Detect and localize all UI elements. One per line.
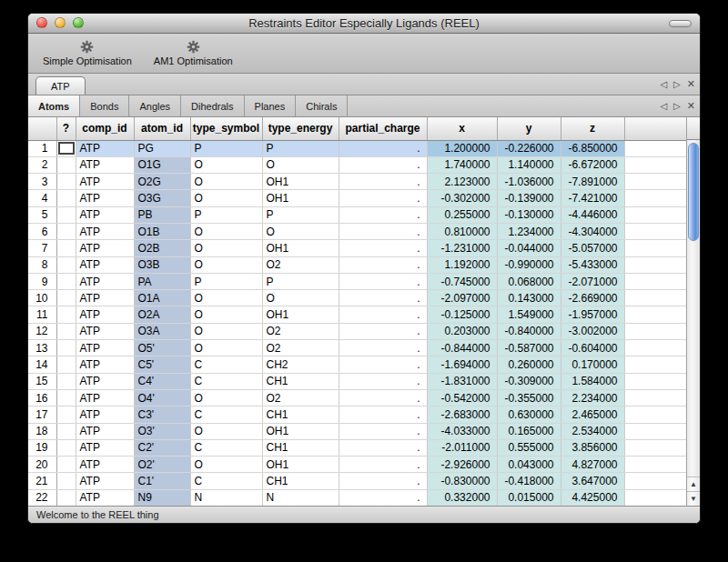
cell-z[interactable]: 4.425000 <box>561 489 624 506</box>
cell-type_energy[interactable]: CH2 <box>262 356 339 373</box>
cell-z[interactable]: 1.584000 <box>561 373 624 389</box>
flag-cell[interactable] <box>56 489 76 506</box>
cell-y[interactable]: -0.587000 <box>497 340 561 356</box>
cell-y[interactable]: -0.990000 <box>497 256 561 273</box>
cell-type_energy[interactable]: P <box>262 206 339 223</box>
cell-type_energy[interactable]: OH1 <box>262 457 339 473</box>
cell-y[interactable]: 1.140000 <box>497 156 561 173</box>
row-number[interactable]: 21 <box>28 473 56 489</box>
column-header-flag[interactable]: ? <box>56 117 76 140</box>
cell-y[interactable]: 0.068000 <box>497 273 561 289</box>
cell-x[interactable]: -1.831000 <box>427 373 497 389</box>
cell-z[interactable]: 0.170000 <box>561 356 624 373</box>
cell-type_symbol[interactable]: O <box>190 323 262 339</box>
cell-type_symbol[interactable]: O <box>190 190 262 206</box>
row-number[interactable]: 13 <box>28 340 56 356</box>
flag-cell[interactable] <box>56 190 76 206</box>
tab-scroll-left-icon[interactable]: ◁ <box>660 101 667 111</box>
cell-type_symbol[interactable]: O <box>190 457 262 473</box>
simple-optimisation-button[interactable]: Simple Optimisation <box>34 37 141 69</box>
flag-cell[interactable] <box>56 389 76 406</box>
cell-y[interactable]: 0.143000 <box>497 290 561 306</box>
cell-editor[interactable] <box>58 142 75 155</box>
cell-partial_charge[interactable]: . <box>339 439 427 456</box>
cell-z[interactable]: 2.534000 <box>561 423 624 439</box>
row-number[interactable]: 18 <box>28 423 56 439</box>
cell-y[interactable]: -0.355000 <box>497 389 561 406</box>
cell-z[interactable]: -0.604000 <box>561 340 624 356</box>
flag-cell[interactable] <box>56 457 76 473</box>
column-header-type_energy[interactable]: type_energy <box>262 117 339 140</box>
tab-close-icon[interactable]: ✕ <box>687 78 695 90</box>
cell-type_symbol[interactable]: P <box>190 273 262 289</box>
cell-atom_id[interactable]: O2B <box>134 240 190 256</box>
flag-cell[interactable] <box>56 156 76 173</box>
cell-comp_id[interactable]: ATP <box>76 156 134 173</box>
row-number[interactable]: 20 <box>28 457 56 473</box>
cell-type_symbol[interactable]: C <box>190 356 262 373</box>
column-header-type_symbol[interactable]: type_symbol <box>190 117 262 140</box>
tab-atp[interactable]: ATP <box>35 76 86 95</box>
cell-comp_id[interactable]: ATP <box>76 140 134 156</box>
cell-x[interactable]: -0.125000 <box>427 306 497 323</box>
flag-cell[interactable] <box>56 256 76 273</box>
cell-atom_id[interactable]: O3G <box>134 190 190 206</box>
tab-dihedrals[interactable]: Dihedrals <box>181 95 244 116</box>
row-number[interactable]: 5 <box>28 206 56 223</box>
cell-y[interactable]: -1.036000 <box>497 174 561 190</box>
cell-x[interactable]: 1.740000 <box>427 156 497 173</box>
cell-type_symbol[interactable]: N <box>190 489 262 506</box>
cell-type_symbol[interactable]: P <box>190 140 262 156</box>
cell-x[interactable]: -1.694000 <box>427 356 497 373</box>
flag-cell[interactable] <box>56 223 76 239</box>
cell-z[interactable]: -6.672000 <box>561 156 624 173</box>
cell-comp_id[interactable]: ATP <box>76 423 134 439</box>
cell-atom_id[interactable]: O4' <box>134 389 190 406</box>
cell-y[interactable]: 0.555000 <box>497 439 561 456</box>
scroll-down-button[interactable]: ▼ <box>687 491 700 506</box>
cell-partial_charge[interactable]: . <box>339 290 427 306</box>
cell-z[interactable]: -2.071000 <box>561 273 624 289</box>
cell-y[interactable]: -0.226000 <box>497 140 561 156</box>
cell-partial_charge[interactable]: . <box>339 323 427 339</box>
cell-type_energy[interactable]: CH1 <box>262 473 339 489</box>
flag-cell[interactable] <box>56 273 76 289</box>
am1-optimisation-button[interactable]: AM1 Optimisation <box>145 37 242 69</box>
cell-partial_charge[interactable]: . <box>339 273 427 289</box>
cell-atom_id[interactable]: O2G <box>134 174 190 190</box>
cell-z[interactable]: -5.433000 <box>561 256 624 273</box>
cell-type_energy[interactable]: O2 <box>262 323 339 339</box>
cell-comp_id[interactable]: ATP <box>76 489 134 506</box>
cell-partial_charge[interactable]: . <box>339 489 427 506</box>
row-number[interactable]: 4 <box>28 190 56 206</box>
cell-partial_charge[interactable]: . <box>339 223 427 239</box>
cell-z[interactable]: 4.827000 <box>561 457 624 473</box>
cell-type_symbol[interactable]: O <box>190 174 262 190</box>
cell-x[interactable]: -0.302000 <box>427 190 497 206</box>
cell-y[interactable]: -0.130000 <box>497 206 561 223</box>
cell-x[interactable]: -2.011000 <box>427 439 497 456</box>
cell-x[interactable]: -2.926000 <box>427 457 497 473</box>
column-header-partial_charge[interactable]: partial_charge <box>339 117 427 140</box>
cell-partial_charge[interactable]: . <box>339 206 427 223</box>
cell-x[interactable]: 0.203000 <box>427 323 497 339</box>
cell-x[interactable]: -0.830000 <box>427 473 497 489</box>
cell-atom_id[interactable]: O1G <box>134 156 190 173</box>
flag-cell[interactable] <box>56 240 76 256</box>
cell-atom_id[interactable]: C2' <box>134 439 190 456</box>
cell-comp_id[interactable]: ATP <box>76 439 134 456</box>
cell-partial_charge[interactable]: . <box>339 389 427 406</box>
row-number[interactable]: 11 <box>28 306 56 323</box>
cell-y[interactable]: 0.043000 <box>497 457 561 473</box>
cell-type_energy[interactable]: P <box>262 273 339 289</box>
cell-atom_id[interactable]: C5' <box>134 356 190 373</box>
flag-cell[interactable] <box>56 323 76 339</box>
cell-type_energy[interactable]: OH1 <box>262 306 339 323</box>
flag-cell[interactable] <box>56 174 76 190</box>
cell-type_energy[interactable]: CH1 <box>262 406 339 423</box>
cell-type_energy[interactable]: O <box>262 156 339 173</box>
header-filler[interactable] <box>624 117 686 140</box>
cell-atom_id[interactable]: O2' <box>134 457 190 473</box>
cell-type_energy[interactable]: CH1 <box>262 373 339 389</box>
cell-partial_charge[interactable]: . <box>339 406 427 423</box>
